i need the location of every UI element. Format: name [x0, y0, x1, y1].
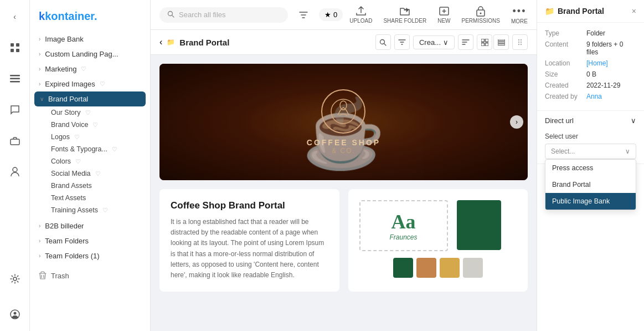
created-by-label: Created by: [545, 93, 586, 100]
create-label: Crea...: [419, 38, 441, 47]
settings-icon[interactable]: [5, 269, 25, 289]
briefcase-icon[interactable]: [5, 131, 25, 151]
list-view-button[interactable]: [493, 34, 509, 50]
search-icon: [167, 11, 174, 19]
direct-url-toggle[interactable]: Direct url ∨: [537, 111, 644, 130]
heart-icon: ♡: [102, 207, 108, 214]
sidebar-item-colors[interactable]: Colors ♡: [45, 155, 150, 167]
dropdown-item-public-image-bank[interactable]: Public Image Bank: [545, 193, 636, 210]
svg-point-9: [13, 277, 17, 281]
sidebar-item-b2b[interactable]: › B2B billeder: [30, 218, 150, 233]
folder-back-arrow[interactable]: ‹: [159, 37, 162, 47]
more-action[interactable]: ••• MORE: [511, 6, 528, 24]
sidebar-item-expired-images[interactable]: › Expired Images ♡: [30, 77, 150, 91]
favorites-count: 0: [333, 11, 337, 19]
location-value[interactable]: [Home]: [586, 59, 608, 67]
svg-point-12: [168, 11, 173, 16]
select-user-label: Select user: [537, 130, 644, 144]
next-arrow-button[interactable]: ›: [510, 115, 523, 129]
sidebar-item-team-folders-1[interactable]: › Team Folders (1): [30, 248, 150, 263]
new-action[interactable]: NEW: [437, 6, 450, 24]
chevron-right-icon: ›: [39, 66, 40, 72]
permissions-label: PERMISSIONS: [462, 18, 500, 24]
direct-url-label: Direct url: [545, 116, 574, 125]
share-folder-label: SHARE FOLDER: [383, 18, 426, 24]
brand-portal-description: It is a long established fact that a rea…: [171, 217, 328, 281]
sidebar-item-brand-voice[interactable]: Brand Voice ♡: [45, 119, 150, 131]
filter-content-button[interactable]: [394, 34, 410, 50]
svg-rect-6: [10, 81, 20, 83]
svg-rect-20: [485, 43, 488, 46]
dropdown-item-brand-portal[interactable]: Brand Portal: [545, 176, 636, 193]
chevron-right-icon: ›: [39, 81, 40, 87]
more-label: MORE: [511, 18, 528, 24]
sidebar-item-custom-landing[interactable]: › Custom Landing Pag...: [30, 47, 150, 62]
chat-icon[interactable]: [5, 100, 25, 120]
created-by-value[interactable]: Anna: [586, 93, 602, 100]
create-button[interactable]: Crea... ∨: [413, 35, 455, 49]
heart-icon: ♡: [74, 134, 80, 141]
select-control[interactable]: Select... ∨: [545, 144, 636, 159]
breadcrumb: Brand Portal: [179, 38, 229, 47]
user-circle-icon[interactable]: [5, 304, 25, 324]
back-button[interactable]: ‹: [5, 7, 25, 27]
sidebar-item-brand-portal[interactable]: ∨ Brand Portal: [34, 91, 146, 106]
svg-rect-17: [481, 39, 485, 42]
svg-point-27: [521, 42, 522, 43]
right-panel: 📁 Brand Portal × Type Folder Content 9 f…: [537, 0, 644, 331]
close-panel-button[interactable]: ×: [632, 7, 636, 16]
svg-rect-2: [11, 49, 14, 52]
size-value: 0 B: [586, 70, 596, 78]
sidebar-item-training-assets[interactable]: Training Assets ♡: [45, 204, 150, 216]
more-dots-icon: •••: [513, 6, 527, 17]
filter-button[interactable]: [295, 6, 312, 24]
coffee-shop-text: COFFEE SHOP: [307, 138, 380, 147]
user-icon[interactable]: [5, 162, 25, 182]
sidebar-item-brand-assets[interactable]: Brand Assets: [45, 180, 150, 192]
folder-icon: 📁: [167, 38, 175, 46]
color-block-dark-green: [457, 200, 501, 250]
chevron-right-icon: ›: [39, 36, 40, 42]
direct-url-chevron-icon: ∨: [631, 116, 636, 125]
swatch-2: [416, 258, 436, 278]
search-box[interactable]: Search all files: [159, 7, 288, 23]
font-preview: Aa Fraunces: [359, 200, 448, 251]
share-folder-action[interactable]: SHARE FOLDER: [383, 6, 426, 24]
color-swatches: [393, 258, 483, 278]
sidebar-item-image-bank[interactable]: › Image Bank: [30, 32, 150, 47]
panel-title: 📁 Brand Portal: [545, 7, 604, 16]
sidebar-item-team-folders[interactable]: › Team Folders: [30, 233, 150, 248]
type-label: Type: [545, 29, 586, 37]
sidebar-item-text-assets[interactable]: Text Assets: [45, 192, 150, 204]
search-placeholder: Search all files: [179, 11, 226, 19]
chevron-right-icon: ›: [39, 238, 40, 244]
grid-view-button[interactable]: [477, 34, 492, 50]
svg-point-25: [521, 39, 522, 40]
heart-icon: ♡: [95, 170, 101, 177]
list-nav-icon[interactable]: [5, 69, 25, 89]
sidebar-item-logos[interactable]: Logos ♡: [45, 131, 150, 143]
dropdown-menu: Press access Brand Portal Public Image B…: [545, 159, 636, 210]
select-user-dropdown[interactable]: Select... ∨ Press access Brand Portal Pu…: [545, 144, 636, 159]
drag-handle: [512, 34, 528, 50]
coffee-logo-circle: [321, 89, 365, 134]
content-label: Content: [545, 40, 586, 56]
sidebar-item-fonts[interactable]: Fonts & Typogra... ♡: [45, 143, 150, 155]
search-content-button[interactable]: [375, 34, 391, 50]
permissions-action[interactable]: PERMISSIONS: [462, 6, 500, 24]
meta-type-row: Type Folder: [545, 29, 636, 37]
sort-button[interactable]: [458, 34, 473, 50]
upload-action[interactable]: UPLOAD: [349, 6, 372, 24]
favorites-button[interactable]: ★ 0: [319, 8, 343, 21]
sidebar-item-our-story[interactable]: Our Story ♡: [45, 106, 150, 119]
dropdown-item-press-access[interactable]: Press access: [545, 160, 636, 176]
swatch-3: [440, 258, 460, 278]
sidebar-item-marketing[interactable]: › Marketing ♡: [30, 62, 150, 77]
sidebar-item-social-media[interactable]: Social Media ♡: [45, 167, 150, 180]
app-logo: kkontainer.: [30, 7, 150, 32]
svg-rect-0: [11, 43, 14, 47]
sidebar-sub-items: Our Story ♡ Brand Voice ♡ Logos ♡ Fonts …: [30, 106, 150, 216]
trash-item[interactable]: Trash: [30, 268, 150, 283]
select-chevron-icon: ∨: [625, 147, 630, 155]
grid-nav-icon[interactable]: [5, 38, 25, 58]
